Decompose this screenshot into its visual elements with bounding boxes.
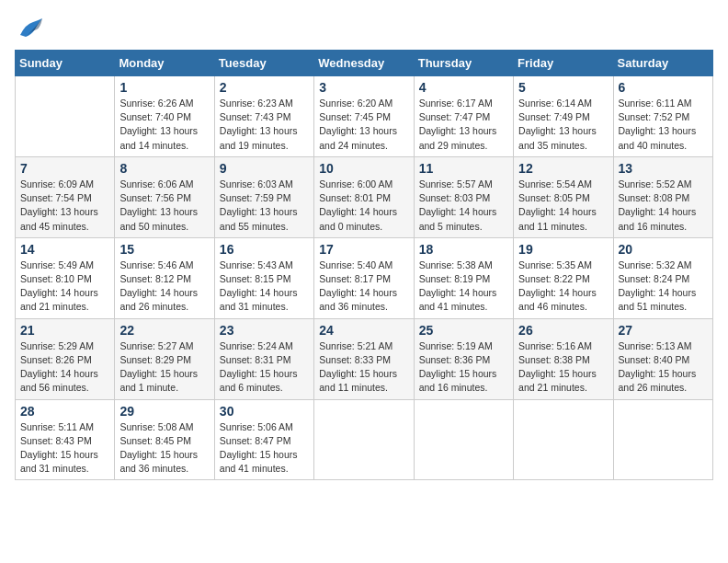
day-info: Sunrise: 6:20 AMSunset: 7:45 PMDaylight:… <box>319 97 408 153</box>
calendar-cell: 10Sunrise: 6:00 AMSunset: 8:01 PMDayligh… <box>314 156 414 237</box>
day-number: 25 <box>419 323 508 338</box>
day-info: Sunrise: 5:27 AMSunset: 8:29 PMDaylight:… <box>119 339 209 396</box>
calendar-cell: 25Sunrise: 5:19 AMSunset: 8:36 PMDayligh… <box>414 318 513 399</box>
calendar-cell: 19Sunrise: 5:35 AMSunset: 8:22 PMDayligh… <box>514 237 613 318</box>
day-number: 3 <box>319 80 408 95</box>
weekday-header-thursday: Thursday <box>414 51 513 76</box>
day-number: 21 <box>20 323 109 338</box>
calendar-week-row: 21Sunrise: 5:29 AMSunset: 8:26 PMDayligh… <box>16 318 713 399</box>
day-info: Sunrise: 5:21 AMSunset: 8:33 PMDaylight:… <box>319 339 408 396</box>
day-number: 5 <box>518 80 608 95</box>
calendar-cell <box>314 399 414 480</box>
day-number: 1 <box>119 80 209 95</box>
calendar-cell: 6Sunrise: 6:11 AMSunset: 7:52 PMDaylight… <box>613 76 712 157</box>
day-number: 7 <box>20 161 109 176</box>
logo-bird-icon <box>17 15 44 40</box>
calendar-cell: 13Sunrise: 5:52 AMSunset: 8:08 PMDayligh… <box>613 156 712 237</box>
calendar-cell: 4Sunrise: 6:17 AMSunset: 7:47 PMDaylight… <box>414 76 513 157</box>
calendar-cell <box>514 399 613 480</box>
weekday-header-monday: Monday <box>115 51 214 76</box>
calendar-cell: 29Sunrise: 5:08 AMSunset: 8:45 PMDayligh… <box>115 399 214 480</box>
day-info: Sunrise: 5:08 AMSunset: 8:45 PMDaylight:… <box>119 420 209 477</box>
logo <box>15 15 44 40</box>
day-info: Sunrise: 5:52 AMSunset: 8:08 PMDaylight:… <box>619 178 708 234</box>
day-number: 10 <box>319 161 408 176</box>
day-info: Sunrise: 5:54 AMSunset: 8:05 PMDaylight:… <box>518 178 608 234</box>
day-number: 22 <box>119 323 209 338</box>
day-info: Sunrise: 6:00 AMSunset: 8:01 PMDaylight:… <box>319 178 408 234</box>
day-info: Sunrise: 6:17 AMSunset: 7:47 PMDaylight:… <box>419 97 508 153</box>
day-info: Sunrise: 5:24 AMSunset: 8:31 PMDaylight:… <box>220 339 309 396</box>
calendar-cell: 15Sunrise: 5:46 AMSunset: 8:12 PMDayligh… <box>115 237 214 318</box>
calendar-cell: 8Sunrise: 6:06 AMSunset: 7:56 PMDaylight… <box>115 156 214 237</box>
day-info: Sunrise: 6:03 AMSunset: 7:59 PMDaylight:… <box>220 178 309 234</box>
day-info: Sunrise: 5:43 AMSunset: 8:15 PMDaylight:… <box>220 259 309 315</box>
weekday-header-tuesday: Tuesday <box>214 51 313 76</box>
day-number: 16 <box>220 242 309 257</box>
weekday-header-friday: Friday <box>514 51 613 76</box>
day-info: Sunrise: 5:49 AMSunset: 8:10 PMDaylight:… <box>20 259 109 315</box>
day-info: Sunrise: 6:23 AMSunset: 7:43 PMDaylight:… <box>220 97 309 153</box>
calendar-cell: 3Sunrise: 6:20 AMSunset: 7:45 PMDaylight… <box>314 76 414 157</box>
day-number: 12 <box>518 161 608 176</box>
day-number: 30 <box>220 404 309 419</box>
day-info: Sunrise: 5:06 AMSunset: 8:47 PMDaylight:… <box>220 420 309 477</box>
day-number: 26 <box>518 323 608 338</box>
calendar-week-row: 14Sunrise: 5:49 AMSunset: 8:10 PMDayligh… <box>16 237 713 318</box>
calendar-cell: 27Sunrise: 5:13 AMSunset: 8:40 PMDayligh… <box>613 318 712 399</box>
calendar-cell: 28Sunrise: 5:11 AMSunset: 8:43 PMDayligh… <box>16 399 115 480</box>
calendar-cell: 16Sunrise: 5:43 AMSunset: 8:15 PMDayligh… <box>214 237 313 318</box>
calendar-cell: 2Sunrise: 6:23 AMSunset: 7:43 PMDaylight… <box>214 76 313 157</box>
day-info: Sunrise: 6:11 AMSunset: 7:52 PMDaylight:… <box>619 97 708 153</box>
day-number: 8 <box>119 161 209 176</box>
day-info: Sunrise: 5:19 AMSunset: 8:36 PMDaylight:… <box>419 339 508 396</box>
calendar-cell: 5Sunrise: 6:14 AMSunset: 7:49 PMDaylight… <box>514 76 613 157</box>
day-number: 19 <box>518 242 608 257</box>
calendar-cell: 12Sunrise: 5:54 AMSunset: 8:05 PMDayligh… <box>514 156 613 237</box>
calendar-cell: 20Sunrise: 5:32 AMSunset: 8:24 PMDayligh… <box>613 237 712 318</box>
day-info: Sunrise: 5:11 AMSunset: 8:43 PMDaylight:… <box>20 420 109 477</box>
calendar-cell <box>613 399 712 480</box>
weekday-header-saturday: Saturday <box>613 51 712 76</box>
calendar-cell: 30Sunrise: 5:06 AMSunset: 8:47 PMDayligh… <box>214 399 313 480</box>
day-number: 29 <box>119 404 209 419</box>
day-number: 17 <box>319 242 408 257</box>
day-info: Sunrise: 6:09 AMSunset: 7:54 PMDaylight:… <box>20 178 109 234</box>
day-number: 27 <box>619 323 708 338</box>
calendar-table: SundayMondayTuesdayWednesdayThursdayFrid… <box>15 50 713 480</box>
weekday-header-wednesday: Wednesday <box>314 51 414 76</box>
day-number: 9 <box>220 161 309 176</box>
day-number: 23 <box>220 323 309 338</box>
page-header <box>15 15 713 40</box>
day-number: 13 <box>619 161 708 176</box>
calendar-cell: 23Sunrise: 5:24 AMSunset: 8:31 PMDayligh… <box>214 318 313 399</box>
day-info: Sunrise: 5:40 AMSunset: 8:17 PMDaylight:… <box>319 259 408 315</box>
weekday-header-sunday: Sunday <box>16 51 115 76</box>
day-number: 24 <box>319 323 408 338</box>
calendar-cell: 21Sunrise: 5:29 AMSunset: 8:26 PMDayligh… <box>16 318 115 399</box>
day-info: Sunrise: 5:46 AMSunset: 8:12 PMDaylight:… <box>119 259 209 315</box>
day-info: Sunrise: 5:57 AMSunset: 8:03 PMDaylight:… <box>419 178 508 234</box>
calendar-cell: 1Sunrise: 6:26 AMSunset: 7:40 PMDaylight… <box>115 76 214 157</box>
calendar-cell: 7Sunrise: 6:09 AMSunset: 7:54 PMDaylight… <box>16 156 115 237</box>
calendar-week-row: 7Sunrise: 6:09 AMSunset: 7:54 PMDaylight… <box>16 156 713 237</box>
day-number: 4 <box>419 80 508 95</box>
day-number: 15 <box>119 242 209 257</box>
weekday-header-row: SundayMondayTuesdayWednesdayThursdayFrid… <box>16 51 713 76</box>
day-info: Sunrise: 6:26 AMSunset: 7:40 PMDaylight:… <box>119 97 209 153</box>
day-info: Sunrise: 5:13 AMSunset: 8:40 PMDaylight:… <box>619 339 708 396</box>
calendar-cell: 24Sunrise: 5:21 AMSunset: 8:33 PMDayligh… <box>314 318 414 399</box>
day-info: Sunrise: 5:29 AMSunset: 8:26 PMDaylight:… <box>20 339 109 396</box>
day-info: Sunrise: 5:38 AMSunset: 8:19 PMDaylight:… <box>419 259 508 315</box>
day-number: 2 <box>220 80 309 95</box>
day-info: Sunrise: 6:14 AMSunset: 7:49 PMDaylight:… <box>518 97 608 153</box>
day-number: 14 <box>20 242 109 257</box>
calendar-week-row: 28Sunrise: 5:11 AMSunset: 8:43 PMDayligh… <box>16 399 713 480</box>
day-number: 11 <box>419 161 508 176</box>
day-info: Sunrise: 6:06 AMSunset: 7:56 PMDaylight:… <box>119 178 209 234</box>
day-number: 28 <box>20 404 109 419</box>
calendar-cell: 22Sunrise: 5:27 AMSunset: 8:29 PMDayligh… <box>115 318 214 399</box>
calendar-cell: 11Sunrise: 5:57 AMSunset: 8:03 PMDayligh… <box>414 156 513 237</box>
calendar-week-row: 1Sunrise: 6:26 AMSunset: 7:40 PMDaylight… <box>16 76 713 157</box>
day-number: 20 <box>619 242 708 257</box>
